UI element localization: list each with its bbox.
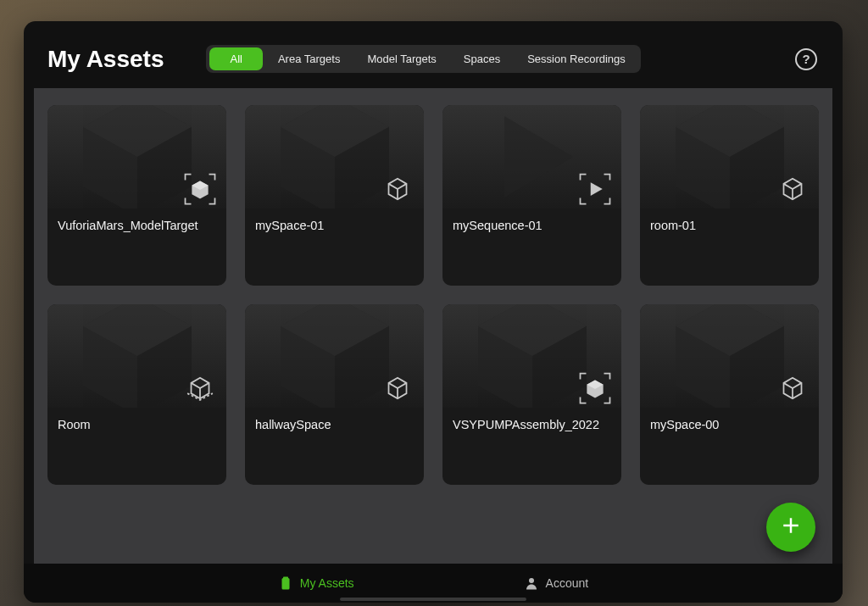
asset-grid-container: VuforiaMars_ModelTarget [34, 88, 832, 564]
asset-card[interactable]: hallwaySpace [245, 304, 424, 485]
home-indicator [340, 598, 526, 601]
asset-title: hallwaySpace [245, 408, 424, 431]
asset-card[interactable]: mySpace-00 [640, 304, 819, 485]
filter-tab-bar: All Area Targets Model Targets Spaces Se… [206, 45, 640, 73]
asset-card[interactable]: VSYPUMPAssembly_2022 [442, 304, 621, 485]
nav-label: Account [546, 576, 589, 590]
model-target-icon [577, 370, 613, 406]
nav-my-assets[interactable]: My Assets [278, 575, 354, 592]
add-asset-button[interactable] [766, 503, 815, 552]
space-icon [775, 171, 810, 207]
help-icon: ? [802, 52, 810, 66]
asset-title: mySpace-00 [640, 408, 819, 431]
svg-rect-38 [283, 577, 288, 579]
asset-grid: VuforiaMars_ModelTarget [47, 105, 819, 485]
asset-thumbnail [245, 105, 424, 208]
asset-title: VSYPUMPAssembly_2022 [442, 408, 621, 431]
space-icon [380, 171, 415, 207]
asset-thumbnail [47, 105, 226, 208]
asset-title: mySequence-01 [442, 208, 621, 232]
asset-thumbnail [442, 105, 621, 208]
asset-card[interactable]: mySequence-01 [442, 105, 621, 286]
filter-tab-model-targets[interactable]: Model Targets [355, 47, 448, 70]
plus-icon [778, 513, 804, 542]
area-target-icon [182, 370, 218, 406]
asset-title: mySpace-01 [245, 208, 424, 232]
asset-title: room-01 [640, 208, 819, 232]
asset-thumbnail [47, 304, 226, 408]
header-bar: My Assets All Area Targets Model Targets… [24, 21, 843, 85]
svg-point-39 [529, 578, 534, 583]
filter-tab-area-targets[interactable]: Area Targets [266, 47, 352, 70]
asset-title: Room [47, 408, 226, 431]
asset-thumbnail [640, 105, 819, 208]
asset-thumbnail [640, 304, 819, 408]
svg-rect-37 [281, 578, 289, 590]
help-button[interactable]: ? [795, 48, 817, 70]
app-window: My Assets All Area Targets Model Targets… [24, 21, 843, 603]
svg-marker-9 [504, 116, 573, 197]
svg-marker-10 [591, 182, 603, 196]
assets-icon [278, 575, 293, 592]
asset-card[interactable]: room-01 [640, 105, 819, 286]
nav-label: My Assets [300, 576, 354, 590]
recording-icon [577, 171, 613, 207]
model-target-icon [182, 171, 218, 207]
filter-tab-spaces[interactable]: Spaces [452, 47, 512, 70]
asset-card[interactable]: VuforiaMars_ModelTarget [47, 105, 226, 286]
filter-tab-all[interactable]: All [209, 47, 262, 70]
space-icon [775, 370, 810, 406]
asset-thumbnail [442, 304, 621, 408]
filter-tab-session-recordings[interactable]: Session Recordings [515, 47, 637, 70]
account-icon [524, 575, 539, 592]
asset-thumbnail [245, 304, 424, 408]
nav-account[interactable]: Account [524, 575, 589, 592]
asset-card[interactable]: Room [47, 304, 226, 485]
asset-card[interactable]: mySpace-01 [245, 105, 424, 286]
page-title: My Assets [47, 46, 164, 73]
space-icon [380, 370, 415, 406]
asset-title: VuforiaMars_ModelTarget [47, 208, 226, 232]
